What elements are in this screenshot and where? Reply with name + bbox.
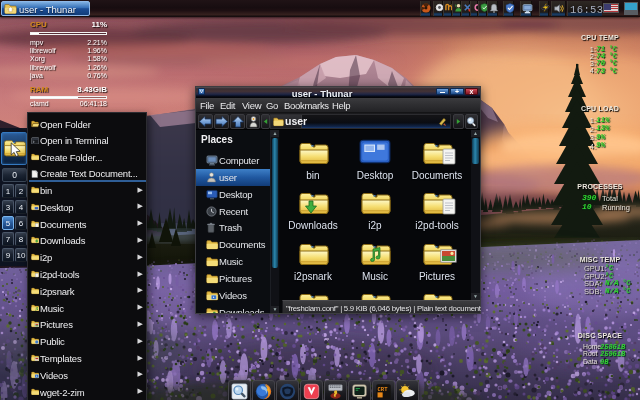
svg-text:CRT: CRT xyxy=(378,386,389,393)
